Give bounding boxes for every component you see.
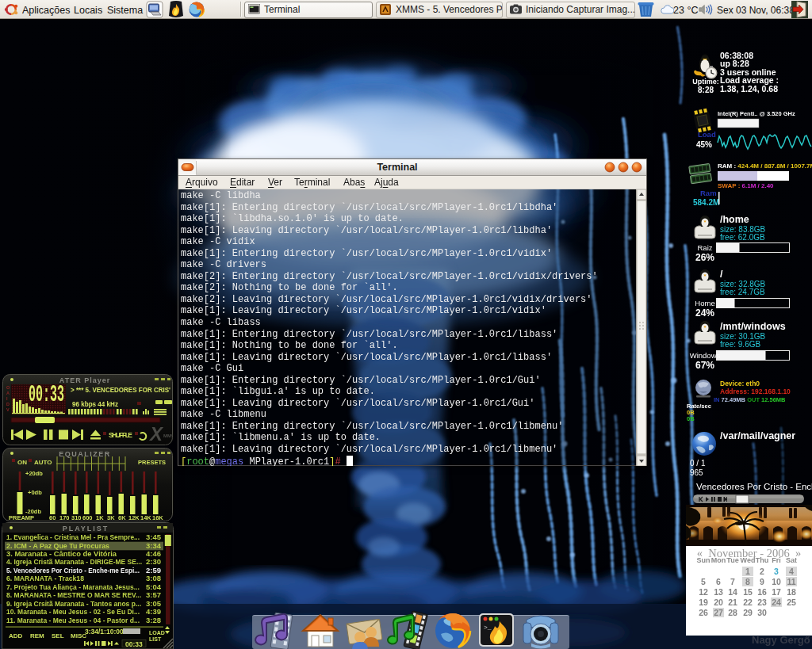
svg-text:30: 30 xyxy=(757,608,767,617)
svg-text:ON: ON xyxy=(17,459,27,466)
svg-text:6K: 6K xyxy=(118,514,126,521)
svg-text:2:59: 2:59 xyxy=(146,566,161,575)
svg-text:12K: 12K xyxy=(128,514,140,521)
svg-text:+0db: +0db xyxy=(28,489,42,496)
svg-text:4:39: 4:39 xyxy=(146,607,161,616)
svg-text:24: 24 xyxy=(772,597,781,607)
svg-text:A: A xyxy=(6,391,10,395)
svg-text:Tue: Tue xyxy=(726,556,738,564)
svg-text:D: D xyxy=(6,402,10,407)
svg-text:11: 11 xyxy=(787,577,795,586)
svg-text:3:45: 3:45 xyxy=(146,533,162,541)
svg-text:PRESETS: PRESETS xyxy=(138,459,166,466)
svg-text:3:05: 3:05 xyxy=(146,599,162,608)
svg-text:5:04: 5:04 xyxy=(146,582,162,591)
svg-text:28: 28 xyxy=(728,608,737,617)
svg-text:9: 9 xyxy=(760,577,764,586)
svg-text:LIST: LIST xyxy=(149,636,162,642)
svg-text:1.38, 1.24, 0.68: 1.38, 1.24, 0.68 xyxy=(720,84,778,94)
svg-text:Thu: Thu xyxy=(756,556,769,564)
svg-text:21: 21 xyxy=(728,597,737,607)
svg-text:4:46: 4:46 xyxy=(146,549,161,558)
svg-text:11. Maranata - Meu Jesus - 04: 11. Maranata - Meu Jesus - 04 - Pastor d… xyxy=(6,616,140,624)
svg-text:10. Maranata - Meu Jesus - 02: 10. Maranata - Meu Jesus - 02 - Se Eu Di… xyxy=(6,607,140,616)
svg-text:IN 72.49MB OUT 12.56MB: IN 72.49MB OUT 12.56MB xyxy=(714,396,786,403)
svg-text:3:34/1:10:00: 3:34/1:10:00 xyxy=(85,628,124,636)
svg-text:965: 965 xyxy=(690,468,703,477)
svg-text:free: 9.6GB: free: 9.6GB xyxy=(720,340,760,349)
svg-text:Device: eth0: Device: eth0 xyxy=(720,380,760,387)
svg-text:4: 4 xyxy=(789,567,794,576)
svg-text:8: 8 xyxy=(745,577,750,586)
svg-text:18: 18 xyxy=(787,587,796,597)
svg-text:3:28: 3:28 xyxy=(146,616,161,624)
svg-text:600: 600 xyxy=(82,514,93,521)
svg-text:Home: Home xyxy=(695,299,714,307)
svg-text:AUTO: AUTO xyxy=(34,459,52,466)
svg-text:1: 1 xyxy=(745,567,750,576)
svg-text:O: O xyxy=(6,385,10,390)
svg-text:8:28: 8:28 xyxy=(698,86,714,94)
svg-text:> *** 5. VENCEDORES FOR CRIS: > *** 5. VENCEDORES FOR CRIS' xyxy=(71,386,170,394)
svg-text:5. Vencedores Por Cristo - Enc: 5. Vencedores Por Cristo - Enche-me Espi… xyxy=(6,566,140,575)
svg-text:V: V xyxy=(6,407,10,412)
svg-text:2: 2 xyxy=(760,567,764,576)
svg-text:00:33: 00:33 xyxy=(125,640,143,648)
svg-text:6. MARANATA - Track18: 6. MARANATA - Track18 xyxy=(6,574,84,582)
svg-text:0 / 1: 0 / 1 xyxy=(690,459,706,468)
svg-text:9. Igreja Crsitã Maranata - Ta: 9. Igreja Crsitã Maranata - Tantos anos … xyxy=(6,599,141,608)
svg-text:27: 27 xyxy=(714,608,723,617)
svg-text:23: 23 xyxy=(757,597,767,607)
svg-text:3. Maranata - Cântico de Vitór: 3. Maranata - Cântico de Vitória xyxy=(6,549,117,558)
svg-text:free: 62.0GB: free: 62.0GB xyxy=(720,233,765,242)
svg-text:12: 12 xyxy=(699,587,708,597)
svg-text:96 kbps 44 kHz: 96 kbps 44 kHz xyxy=(72,400,118,408)
svg-text:Intel(R) Penti.. @ 3.520 GHz: Intel(R) Penti.. @ 3.520 GHz xyxy=(718,110,795,117)
svg-text:MMS: MMS xyxy=(163,433,173,438)
svg-text:2. ICM - A Paz Que Tu Procuras: 2. ICM - A Paz Que Tu Procuras xyxy=(6,541,109,550)
svg-text:Mon: Mon xyxy=(711,556,726,564)
svg-text:0B: 0B xyxy=(687,415,695,422)
svg-text:free: 24.7GB: free: 24.7GB xyxy=(720,288,765,296)
svg-text:SWAP : 6.1M / 2.40: SWAP : 6.1M / 2.40 xyxy=(718,182,774,189)
svg-text:25: 25 xyxy=(787,597,796,607)
svg-text:170: 170 xyxy=(59,514,70,521)
svg-text:SEL: SEL xyxy=(52,632,64,639)
svg-text:Address: 192.168.1.10: Address: 192.168.1.10 xyxy=(720,387,791,395)
svg-text:Windows: Windows xyxy=(690,351,721,360)
svg-text:3:08: 3:08 xyxy=(146,574,161,582)
svg-text:7: 7 xyxy=(730,577,735,586)
svg-text:>_: >_ xyxy=(484,624,492,631)
svg-text:/mnt/windows: /mnt/windows xyxy=(720,321,786,332)
svg-text:7. Projeto Tua Aliança - Maran: 7. Projeto Tua Aliança - Maranata Jesus.… xyxy=(6,582,140,591)
svg-text:/var/mail/vagner: /var/mail/vagner xyxy=(720,430,795,441)
svg-text:Fri: Fri xyxy=(772,556,781,564)
svg-text:3:57: 3:57 xyxy=(146,590,161,599)
svg-text:2:30: 2:30 xyxy=(146,557,161,566)
svg-text:1K: 1K xyxy=(96,514,104,521)
svg-text:ATER Player: ATER Player xyxy=(59,376,110,384)
svg-text:4. Igreja Cristã Maranata - DI: 4. Igreja Cristã Maranata - DIRIGE-ME SE… xyxy=(6,557,142,566)
svg-text:6: 6 xyxy=(716,577,721,586)
svg-text:67%: 67% xyxy=(695,360,714,371)
svg-text:SHUFFLE: SHUFFLE xyxy=(109,431,132,439)
svg-text:45%: 45% xyxy=(696,140,712,149)
svg-text:19: 19 xyxy=(699,597,708,607)
svg-text:13: 13 xyxy=(714,587,723,597)
svg-text:Load: Load xyxy=(698,130,716,139)
svg-text:60: 60 xyxy=(49,514,56,521)
svg-text:26: 26 xyxy=(699,608,708,617)
svg-text:17: 17 xyxy=(772,587,781,597)
svg-text:1. Evangelica - Cristina Mel -: 1. Evangelica - Cristina Mel - Pra Sempr… xyxy=(6,533,140,541)
svg-text:X: X xyxy=(148,423,164,445)
svg-text:Raiz: Raiz xyxy=(697,243,712,252)
svg-text:Wed: Wed xyxy=(741,556,756,564)
svg-text:00:33: 00:33 xyxy=(29,381,64,408)
svg-text:PLAYLIST: PLAYLIST xyxy=(63,525,109,533)
svg-text:16K: 16K xyxy=(152,514,163,521)
svg-text:22: 22 xyxy=(743,597,753,607)
svg-text:3K: 3K xyxy=(107,514,115,521)
svg-text:ADD: ADD xyxy=(9,632,23,639)
svg-text:Uptime:: Uptime: xyxy=(692,78,719,86)
svg-text:16: 16 xyxy=(757,587,767,597)
